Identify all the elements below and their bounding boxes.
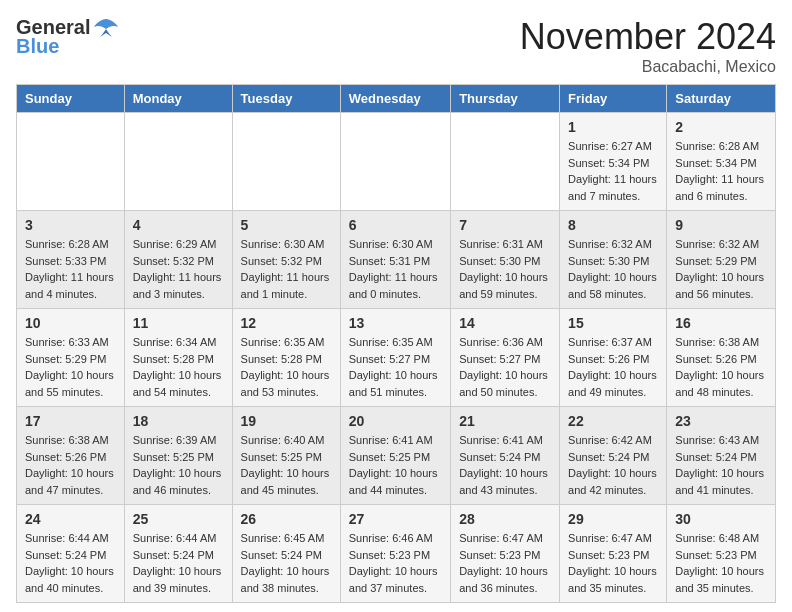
cell-line: Daylight: 10 hours and 36 minutes.	[459, 563, 551, 596]
cell-line: Daylight: 10 hours and 38 minutes.	[241, 563, 332, 596]
calendar-cell: 12Sunrise: 6:35 AMSunset: 5:28 PMDayligh…	[232, 309, 340, 407]
calendar-cell: 26Sunrise: 6:45 AMSunset: 5:24 PMDayligh…	[232, 505, 340, 603]
calendar-cell: 2Sunrise: 6:28 AMSunset: 5:34 PMDaylight…	[667, 113, 776, 211]
day-number: 13	[349, 315, 442, 331]
cell-line: Sunrise: 6:37 AM	[568, 334, 658, 351]
page-header: General Blue November 2024 Bacabachi, Me…	[16, 16, 776, 76]
cell-line: Sunrise: 6:45 AM	[241, 530, 332, 547]
day-number: 4	[133, 217, 224, 233]
calendar-cell: 8Sunrise: 6:32 AMSunset: 5:30 PMDaylight…	[560, 211, 667, 309]
cell-line: Sunset: 5:28 PM	[133, 351, 224, 368]
cell-line: Sunrise: 6:38 AM	[675, 334, 767, 351]
cell-line: Sunrise: 6:48 AM	[675, 530, 767, 547]
cell-line: Daylight: 10 hours and 53 minutes.	[241, 367, 332, 400]
cell-line: Sunrise: 6:44 AM	[133, 530, 224, 547]
day-number: 12	[241, 315, 332, 331]
calendar-cell: 14Sunrise: 6:36 AMSunset: 5:27 PMDayligh…	[451, 309, 560, 407]
cell-line: Sunrise: 6:47 AM	[568, 530, 658, 547]
day-number: 22	[568, 413, 658, 429]
calendar-week-4: 17Sunrise: 6:38 AMSunset: 5:26 PMDayligh…	[17, 407, 776, 505]
day-number: 28	[459, 511, 551, 527]
cell-line: Sunset: 5:25 PM	[241, 449, 332, 466]
cell-line: Sunset: 5:24 PM	[133, 547, 224, 564]
header-thursday: Thursday	[451, 85, 560, 113]
cell-line: Sunset: 5:34 PM	[568, 155, 658, 172]
calendar-cell	[124, 113, 232, 211]
cell-line: Daylight: 10 hours and 40 minutes.	[25, 563, 116, 596]
calendar-cell: 5Sunrise: 6:30 AMSunset: 5:32 PMDaylight…	[232, 211, 340, 309]
day-number: 19	[241, 413, 332, 429]
calendar-cell: 4Sunrise: 6:29 AMSunset: 5:32 PMDaylight…	[124, 211, 232, 309]
calendar-cell: 30Sunrise: 6:48 AMSunset: 5:23 PMDayligh…	[667, 505, 776, 603]
header-saturday: Saturday	[667, 85, 776, 113]
cell-line: Daylight: 10 hours and 51 minutes.	[349, 367, 442, 400]
cell-line: Sunset: 5:31 PM	[349, 253, 442, 270]
cell-line: Daylight: 10 hours and 58 minutes.	[568, 269, 658, 302]
day-number: 30	[675, 511, 767, 527]
day-number: 27	[349, 511, 442, 527]
calendar-cell	[17, 113, 125, 211]
calendar-cell: 3Sunrise: 6:28 AMSunset: 5:33 PMDaylight…	[17, 211, 125, 309]
cell-line: Sunrise: 6:31 AM	[459, 236, 551, 253]
day-number: 20	[349, 413, 442, 429]
calendar-cell: 22Sunrise: 6:42 AMSunset: 5:24 PMDayligh…	[560, 407, 667, 505]
day-number: 5	[241, 217, 332, 233]
day-number: 7	[459, 217, 551, 233]
cell-line: Sunset: 5:28 PM	[241, 351, 332, 368]
calendar-table: SundayMondayTuesdayWednesdayThursdayFrid…	[16, 84, 776, 603]
cell-line: Sunrise: 6:35 AM	[349, 334, 442, 351]
cell-line: Sunset: 5:27 PM	[459, 351, 551, 368]
cell-line: Daylight: 11 hours and 1 minute.	[241, 269, 332, 302]
cell-line: Sunrise: 6:28 AM	[675, 138, 767, 155]
cell-line: Sunrise: 6:29 AM	[133, 236, 224, 253]
cell-line: Sunrise: 6:43 AM	[675, 432, 767, 449]
day-number: 6	[349, 217, 442, 233]
calendar-cell: 24Sunrise: 6:44 AMSunset: 5:24 PMDayligh…	[17, 505, 125, 603]
cell-line: Daylight: 10 hours and 35 minutes.	[568, 563, 658, 596]
cell-line: Sunrise: 6:34 AM	[133, 334, 224, 351]
cell-line: Sunset: 5:27 PM	[349, 351, 442, 368]
cell-line: Daylight: 11 hours and 7 minutes.	[568, 171, 658, 204]
cell-line: Sunset: 5:24 PM	[241, 547, 332, 564]
month-title: November 2024	[520, 16, 776, 58]
calendar-cell	[232, 113, 340, 211]
day-number: 24	[25, 511, 116, 527]
calendar-cell: 28Sunrise: 6:47 AMSunset: 5:23 PMDayligh…	[451, 505, 560, 603]
cell-line: Sunset: 5:23 PM	[568, 547, 658, 564]
calendar-cell: 15Sunrise: 6:37 AMSunset: 5:26 PMDayligh…	[560, 309, 667, 407]
cell-line: Sunrise: 6:33 AM	[25, 334, 116, 351]
cell-line: Sunrise: 6:28 AM	[25, 236, 116, 253]
logo-blue-text: Blue	[16, 35, 59, 58]
cell-line: Sunrise: 6:42 AM	[568, 432, 658, 449]
cell-line: Sunset: 5:25 PM	[349, 449, 442, 466]
cell-line: Sunset: 5:23 PM	[349, 547, 442, 564]
cell-line: Sunset: 5:30 PM	[568, 253, 658, 270]
cell-line: Sunset: 5:26 PM	[568, 351, 658, 368]
day-number: 15	[568, 315, 658, 331]
calendar-cell: 11Sunrise: 6:34 AMSunset: 5:28 PMDayligh…	[124, 309, 232, 407]
cell-line: Sunrise: 6:27 AM	[568, 138, 658, 155]
cell-line: Sunrise: 6:30 AM	[241, 236, 332, 253]
calendar-cell: 7Sunrise: 6:31 AMSunset: 5:30 PMDaylight…	[451, 211, 560, 309]
cell-line: Sunset: 5:24 PM	[568, 449, 658, 466]
cell-line: Sunset: 5:24 PM	[25, 547, 116, 564]
header-sunday: Sunday	[17, 85, 125, 113]
cell-line: Sunset: 5:30 PM	[459, 253, 551, 270]
cell-line: Sunrise: 6:41 AM	[349, 432, 442, 449]
cell-line: Sunset: 5:32 PM	[241, 253, 332, 270]
cell-line: Sunset: 5:26 PM	[25, 449, 116, 466]
cell-line: Daylight: 10 hours and 46 minutes.	[133, 465, 224, 498]
cell-line: Daylight: 10 hours and 48 minutes.	[675, 367, 767, 400]
header-monday: Monday	[124, 85, 232, 113]
calendar-cell: 25Sunrise: 6:44 AMSunset: 5:24 PMDayligh…	[124, 505, 232, 603]
cell-line: Daylight: 10 hours and 41 minutes.	[675, 465, 767, 498]
cell-line: Sunset: 5:24 PM	[459, 449, 551, 466]
calendar-header-row: SundayMondayTuesdayWednesdayThursdayFrid…	[17, 85, 776, 113]
day-number: 29	[568, 511, 658, 527]
day-number: 26	[241, 511, 332, 527]
cell-line: Daylight: 10 hours and 56 minutes.	[675, 269, 767, 302]
calendar-cell: 1Sunrise: 6:27 AMSunset: 5:34 PMDaylight…	[560, 113, 667, 211]
calendar-cell: 29Sunrise: 6:47 AMSunset: 5:23 PMDayligh…	[560, 505, 667, 603]
cell-line: Sunrise: 6:47 AM	[459, 530, 551, 547]
day-number: 1	[568, 119, 658, 135]
